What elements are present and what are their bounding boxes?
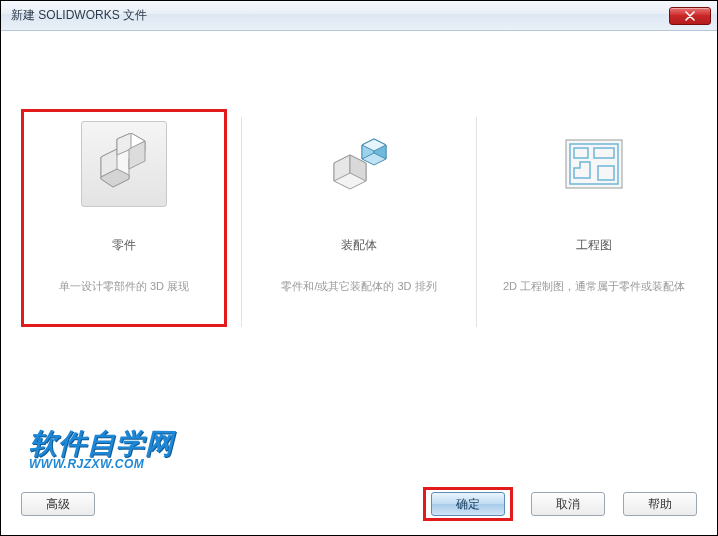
dialog-window: 新建 SOLIDWORKS 文件	[0, 0, 718, 536]
watermark: 软件自学网 WWW.RJZXW.COM	[29, 429, 174, 471]
close-icon	[685, 11, 695, 21]
svg-rect-13	[566, 140, 622, 188]
option-assembly-desc: 零件和/或其它装配体的 3D 排列	[262, 278, 456, 295]
watermark-url: WWW.RJZXW.COM	[29, 458, 174, 471]
watermark-text: 软件自学网	[29, 429, 174, 458]
drawing-icon	[551, 121, 637, 207]
advanced-button[interactable]: 高级	[21, 492, 95, 516]
window-title: 新建 SOLIDWORKS 文件	[11, 7, 147, 24]
button-row: 高级 确定 取消 帮助	[21, 487, 697, 521]
cancel-button[interactable]: 取消	[531, 492, 605, 516]
part-icon	[81, 121, 167, 207]
option-part[interactable]: 零件 单一设计零部件的 3D 展现	[21, 109, 227, 327]
close-button[interactable]	[669, 7, 711, 25]
option-drawing-desc: 2D 工程制图，通常属于零件或装配体	[497, 278, 691, 295]
option-assembly-title: 装配体	[262, 237, 456, 254]
option-part-desc: 单一设计零部件的 3D 展现	[27, 278, 221, 295]
titlebar: 新建 SOLIDWORKS 文件	[1, 1, 717, 31]
option-drawing[interactable]: 工程图 2D 工程制图，通常属于零件或装配体	[491, 109, 697, 327]
option-assembly[interactable]: 装配体 零件和/或其它装配体的 3D 排列	[256, 109, 462, 327]
assembly-icon	[316, 121, 402, 207]
divider	[241, 117, 242, 327]
ok-highlight-frame: 确定	[423, 487, 513, 521]
option-part-title: 零件	[27, 237, 221, 254]
template-options: 零件 单一设计零部件的 3D 展现	[21, 109, 697, 327]
divider	[476, 117, 477, 327]
option-drawing-title: 工程图	[497, 237, 691, 254]
right-buttons: 确定 取消 帮助	[423, 487, 697, 521]
dialog-content: 零件 单一设计零部件的 3D 展现	[1, 31, 717, 535]
ok-button[interactable]: 确定	[431, 492, 505, 516]
help-button[interactable]: 帮助	[623, 492, 697, 516]
